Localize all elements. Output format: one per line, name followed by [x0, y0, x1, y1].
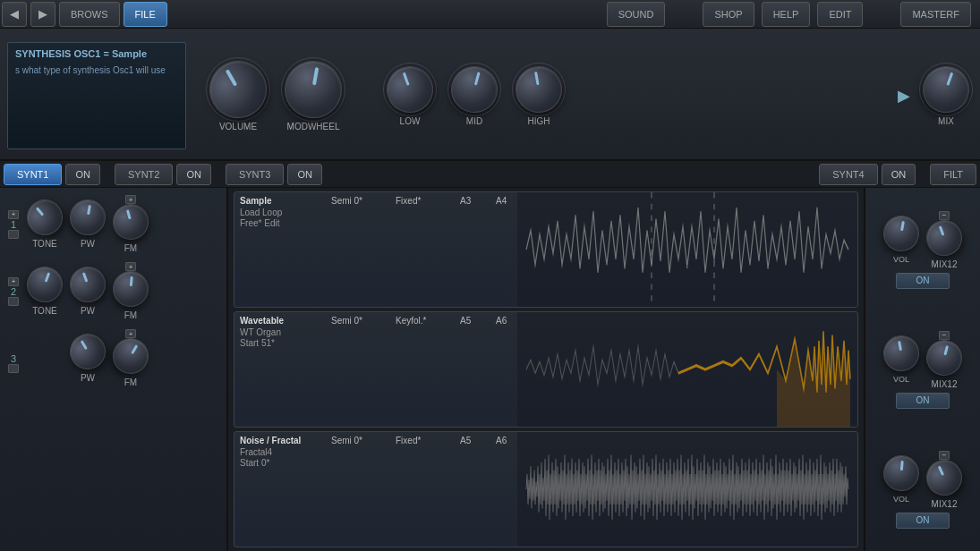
osc-row-2: + 2 TONE PW + FM — [7, 262, 219, 320]
mix12-knob-2[interactable] — [923, 335, 967, 379]
back-button[interactable]: ◀ — [2, 2, 27, 27]
center-panel: Sample Semi 0* Fixed* A3 A4 Load Loop Fr… — [228, 188, 864, 551]
synt4-on-btn[interactable]: ON — [882, 164, 916, 185]
synth-keyfol-2: Keyfol.* — [396, 316, 449, 326]
info-panel: SYNTHESIS OSC1 = Sample s what type of s… — [7, 42, 186, 149]
synth-semi-2: Semi 0* — [331, 316, 385, 326]
modwheel-knob[interactable] — [280, 55, 346, 122]
synth-type-2: Wavetable — [240, 316, 320, 326]
info-desc: s what type of synthesis Osc1 will use — [15, 64, 178, 77]
pw2-label: PW — [81, 306, 95, 316]
synth-slot-3: Noise / Fractal Semi 0* Fixed* A5 A6 Fra… — [234, 431, 858, 547]
on-btn-1[interactable]: ON — [896, 273, 950, 289]
knobs-area: SYNTHESIS OSC1 = Sample s what type of s… — [0, 29, 980, 161]
mid-knob[interactable] — [446, 61, 503, 118]
low-knob[interactable] — [380, 59, 440, 119]
high-knob[interactable] — [512, 62, 566, 115]
synth-semi-3: Semi 0* — [331, 436, 385, 445]
volume-knob[interactable] — [199, 50, 277, 128]
synth-semi-1: Semi 0* — [331, 196, 385, 206]
tone2-label: TONE — [32, 306, 57, 316]
browse-button[interactable]: BROWS — [59, 2, 120, 27]
waveform-3 — [517, 432, 857, 547]
fm2-knob[interactable] — [111, 269, 149, 308]
edit-button[interactable]: EDIT — [817, 2, 863, 27]
low-knob-group: LOW — [387, 66, 433, 126]
mix-knob-group: MIX — [923, 66, 969, 126]
tone2-knob[interactable] — [21, 261, 67, 307]
tone3-minus[interactable] — [8, 364, 19, 373]
osc-num-1: 1 — [7, 219, 20, 230]
pw3-label: PW — [81, 373, 95, 383]
pw1-label: PW — [81, 239, 95, 249]
vol3-label: VOL — [893, 495, 909, 504]
fm2-plus[interactable]: + — [125, 262, 136, 271]
master-button[interactable]: MASTERF — [900, 2, 971, 27]
fm3-knob[interactable] — [107, 332, 156, 381]
mix12-knob-3[interactable] — [920, 454, 967, 501]
pw2-knob[interactable] — [64, 261, 110, 307]
modwheel-knob-group: MODWHEEL — [285, 61, 342, 131]
vol3-knob-group: VOL — [883, 455, 919, 504]
right-slot-2: VOL − MIX12 ON — [869, 311, 976, 428]
tone2-plus[interactable]: + — [8, 277, 19, 286]
synth-type-1: Sample — [240, 196, 320, 206]
mix2-minus[interactable]: − — [939, 331, 950, 340]
mix12-label-1: MIX12 — [932, 259, 958, 269]
vol1-knob[interactable] — [881, 213, 922, 254]
shop-button[interactable]: SHOP — [703, 2, 754, 27]
high-knob-group: HIGH — [516, 66, 562, 126]
waveform-1 — [517, 192, 857, 307]
vol2-knob[interactable] — [881, 333, 922, 374]
fm1-label: FM — [124, 243, 137, 253]
modwheel-label: MODWHEEL — [287, 122, 340, 131]
mix12-knob-1[interactable] — [921, 215, 967, 260]
mid-label: MID — [466, 116, 482, 126]
on-btn-3[interactable]: ON — [896, 513, 950, 529]
synt3-tab[interactable]: SYNT3 — [226, 164, 284, 185]
vol3-knob[interactable] — [882, 454, 920, 492]
synth-note1-1: A3 — [460, 196, 485, 206]
tone1-knob[interactable] — [20, 192, 70, 242]
osc-row-1: + 1 TONE PW + FM — [7, 195, 219, 253]
tone1-plus[interactable]: + — [8, 210, 19, 219]
info-title: SYNTHESIS OSC1 = Sample — [15, 48, 178, 59]
synt1-on-btn[interactable]: ON — [65, 164, 100, 185]
synth-keyfol-3: Fixed* — [396, 436, 449, 445]
synt2-tab[interactable]: SYNT2 — [115, 164, 173, 185]
right-slot-1: VOL − MIX12 ON — [869, 191, 976, 308]
high-label: HIGH — [528, 116, 550, 126]
tone1-minus[interactable] — [8, 230, 19, 239]
synt2-on-btn[interactable]: ON — [176, 164, 211, 185]
synt1-tab[interactable]: SYNT1 — [4, 164, 62, 185]
synth-slot-1: Sample Semi 0* Fixed* A3 A4 Load Loop Fr… — [234, 191, 858, 308]
right-slot-3: VOL − MIX12 ON — [869, 431, 976, 547]
osc-num-2: 2 — [7, 286, 20, 297]
synth-keyfol-1: Fixed* — [396, 196, 449, 206]
fm1-knob[interactable] — [109, 200, 153, 244]
synt4-tab[interactable]: SYNT4 — [819, 164, 877, 185]
synt3-on-btn[interactable]: ON — [287, 164, 322, 185]
mix-arrow-icon: ▶ — [898, 86, 910, 106]
osc-num-3: 3 — [7, 353, 20, 364]
on-btn-2[interactable]: ON — [896, 393, 950, 409]
pw3-knob[interactable] — [64, 327, 113, 377]
help-button[interactable]: HELP — [762, 2, 811, 27]
waveform-2 — [517, 312, 857, 427]
synth-note1-2: A5 — [460, 316, 485, 326]
pw1-knob[interactable] — [67, 197, 108, 238]
filt-tab[interactable]: FILT — [930, 164, 976, 185]
fm1-plus[interactable]: + — [125, 195, 136, 204]
mix1-minus[interactable]: − — [939, 211, 950, 220]
mix3-minus[interactable]: − — [939, 451, 950, 460]
osc-row-3: 3 PW + FM — [7, 329, 219, 387]
fm3-plus[interactable]: + — [125, 329, 136, 338]
sound-button[interactable]: SOUND — [607, 2, 666, 27]
mix12-label-2: MIX12 — [932, 379, 958, 389]
tone2-minus[interactable] — [8, 297, 19, 306]
forward-button[interactable]: ▶ — [30, 2, 55, 27]
file-button[interactable]: FILE — [124, 2, 167, 27]
mix-knob[interactable] — [916, 59, 976, 119]
synth-slot-2: Wavetable Semi 0* Keyfol.* A5 A6 WT Orga… — [234, 311, 858, 428]
fm3-label: FM — [124, 377, 137, 387]
